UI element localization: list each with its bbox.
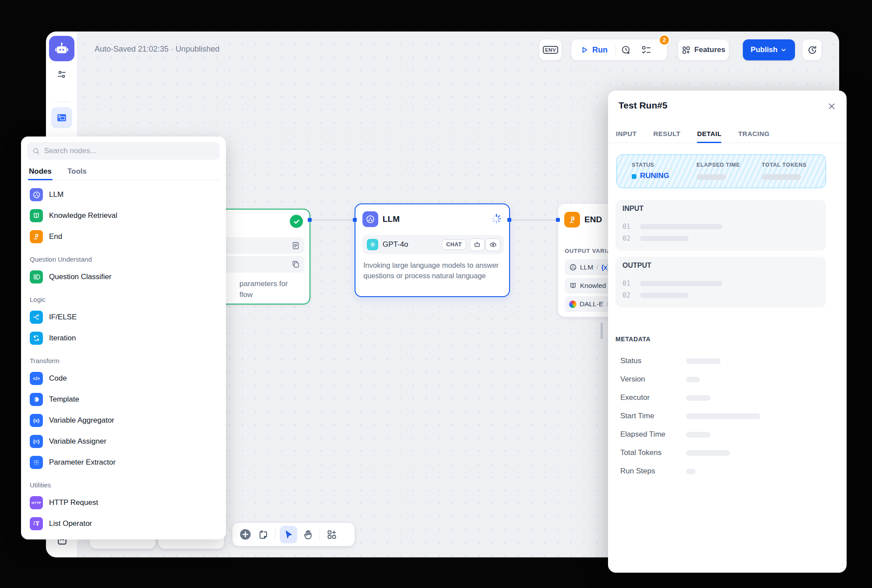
cursor-icon (283, 529, 294, 540)
node-search-box[interactable] (27, 142, 220, 160)
pointer-tool-button[interactable] (280, 526, 297, 543)
run-status-card: STATUS ELAPSED TIME TOTAL TOKENS RUNING (616, 154, 826, 188)
row-number: 01 (622, 223, 630, 231)
output-skeleton (640, 281, 722, 286)
edge-start-llm (310, 220, 355, 220)
search-input[interactable] (44, 147, 214, 155)
node-section-logic: Logic (27, 287, 220, 307)
openai-icon: ✳ (367, 239, 378, 250)
node-item-code[interactable]: </> Code (27, 368, 220, 389)
checklist-button[interactable] (636, 45, 656, 55)
node-item-end[interactable]: End (27, 226, 220, 247)
plus-circle-icon (239, 528, 252, 541)
robot-icon (474, 241, 481, 248)
clock-play-icon (621, 45, 631, 55)
node-item-label: Question Classifier (49, 273, 112, 281)
vision-badge[interactable] (485, 238, 500, 251)
node-item-http-request[interactable]: HTTP HTTP Request (27, 492, 220, 513)
tab-detail[interactable]: DETAIL (697, 125, 721, 143)
publish-button[interactable]: Publish (743, 39, 795, 60)
hand-tool-button[interactable] (300, 527, 315, 542)
knowledge-icon (569, 282, 577, 290)
robot-badge[interactable] (470, 238, 485, 251)
node-item-template[interactable]: Template (27, 389, 220, 410)
robot-logo-icon (54, 41, 69, 56)
close-button[interactable] (826, 100, 838, 112)
start-node-description: parameters for flow (239, 279, 288, 300)
connector-dot[interactable] (308, 218, 312, 222)
panel-layout-icon (56, 112, 67, 123)
tab-tools[interactable]: Tools (67, 163, 87, 180)
running-status-dot (632, 174, 636, 179)
node-section-utilities: Utilities (27, 473, 220, 492)
preferences-button[interactable] (56, 69, 67, 80)
connector-dot[interactable] (507, 218, 511, 222)
metadata-skeleton (686, 395, 710, 401)
template-icon (30, 393, 43, 406)
node-item-list-operator[interactable]: List Operator (27, 513, 220, 534)
node-item-parameter-extractor[interactable]: Parameter Extractor (27, 452, 220, 473)
connector-dot[interactable] (353, 218, 357, 222)
node-item-if-else[interactable]: IF/ELSE (27, 307, 220, 328)
run-history-button[interactable] (616, 45, 636, 55)
input-card: INPUT 01 02 (615, 200, 826, 251)
metadata-label: Elapsed Time (620, 430, 665, 439)
node-item-iteration[interactable]: Iteration (27, 328, 220, 349)
output-card-title: OUTPUT (622, 262, 651, 270)
history-restore-icon (807, 45, 817, 55)
test-run-title: Test Run#5 (619, 100, 668, 111)
features-button[interactable]: Features (678, 39, 729, 60)
node-item-label: Iteration (49, 334, 76, 343)
autosave-status: Auto-Saved 21:02:35 · Unpublished (95, 45, 219, 54)
tab-nodes[interactable]: Nodes (29, 163, 52, 180)
node-item-label: Knowledge Retrieval (49, 211, 117, 220)
metadata-title: METADATA (615, 336, 650, 343)
end-node-icon (564, 212, 580, 228)
node-item-variable-aggregator[interactable]: {x} Variable Aggregator (27, 410, 220, 431)
node-item-llm[interactable]: LLM (27, 184, 220, 205)
tab-result[interactable]: RESULT (654, 125, 681, 143)
canvas-scrollbar[interactable] (601, 322, 603, 339)
metadata-skeleton (686, 469, 696, 474)
llm-node[interactable]: LLM ✳ GPT-4o CHAT Invoking large languag… (355, 203, 510, 297)
metadata-skeleton (686, 413, 760, 419)
run-button-label: Run (592, 46, 608, 55)
app-logo[interactable] (49, 36, 74, 61)
row-number: 02 (622, 291, 630, 299)
tab-input[interactable]: INPUT (616, 125, 637, 143)
checklist-icon (641, 45, 651, 55)
input-card-title: INPUT (622, 205, 643, 213)
node-item-question-classifier[interactable]: Question Classifier (27, 266, 220, 287)
organize-nodes-button[interactable] (324, 527, 339, 542)
metadata-skeleton (686, 450, 730, 456)
variable-source: Knowled (580, 282, 606, 290)
sliders-icon (56, 69, 67, 80)
tab-tracing[interactable]: TRACING (738, 125, 770, 143)
run-button[interactable]: Run (571, 46, 615, 55)
organize-layout-icon (327, 529, 337, 540)
metadata-label: Start Time (620, 412, 654, 420)
node-item-label: Variable Aggregator (49, 416, 114, 425)
node-item-label: Code (49, 374, 67, 383)
node-section-question-understand: Question Understand (27, 247, 220, 266)
llm-node-description: Invoking large language models to answer… (363, 260, 504, 281)
eye-icon (489, 241, 497, 248)
version-history-button[interactable] (802, 39, 822, 60)
tokens-skeleton (762, 174, 801, 180)
env-button[interactable]: ENV (539, 39, 562, 60)
connector-dot[interactable] (556, 218, 560, 222)
http-request-icon: HTTP (30, 496, 43, 509)
note-plus-icon (258, 529, 268, 540)
add-note-button[interactable] (256, 527, 271, 542)
node-item-label: Variable Assigner (49, 437, 106, 446)
document-icon (292, 242, 300, 250)
node-item-knowledge-retrieval[interactable]: Knowledge Retrieval (27, 205, 220, 226)
model-selector[interactable]: ✳ GPT-4o CHAT (362, 235, 504, 254)
metadata-label: Status (620, 357, 641, 365)
features-label: Features (694, 46, 725, 54)
workflow-panel-button[interactable] (51, 107, 72, 128)
output-skeleton (640, 293, 689, 298)
node-item-variable-assigner[interactable]: {=} Variable Assigner (27, 431, 220, 452)
status-label: STATUS (632, 162, 654, 168)
add-node-button[interactable] (238, 527, 253, 542)
